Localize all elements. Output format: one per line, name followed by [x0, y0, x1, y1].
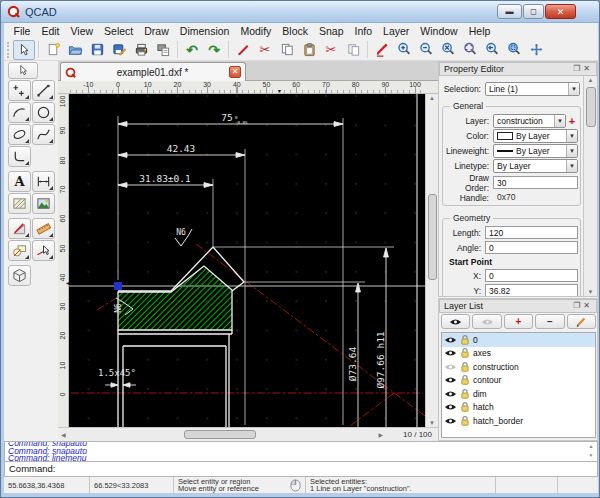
layer-row-0[interactable]: 0 [442, 333, 595, 347]
menu-item-help[interactable]: Help [463, 24, 496, 38]
menu-item-draw[interactable]: Draw [139, 24, 175, 38]
panel-scrollbar[interactable]: ▲ ▼ [583, 76, 597, 296]
angle-field[interactable] [485, 241, 578, 254]
auto-zoom-button[interactable] [437, 40, 459, 60]
eye-icon[interactable] [444, 362, 457, 372]
close-panel-icon[interactable]: ✕ [583, 64, 593, 73]
close-panel-icon[interactable]: ✕ [583, 301, 593, 310]
tool-dimension-button[interactable] [32, 171, 55, 192]
lock-icon[interactable] [460, 415, 470, 427]
copy-reference-button[interactable] [342, 40, 364, 60]
layer-row-axes[interactable]: axes [442, 347, 595, 361]
scroll-up-icon[interactable]: ▲ [584, 77, 597, 83]
menu-item-dimension[interactable]: Dimension [174, 24, 235, 38]
drawing-canvas[interactable]: N6 75 0 -0.05 42.43 31.83±0.1 1.5x45° Ø7… [69, 94, 425, 427]
layer-row-dim[interactable]: dim [442, 387, 595, 401]
tool-image-button[interactable] [32, 193, 55, 214]
menu-item-modify[interactable]: Modify [235, 24, 277, 38]
tool-polyline-button[interactable] [8, 146, 31, 167]
previous-view-button[interactable] [481, 40, 503, 60]
lock-icon[interactable] [460, 401, 470, 413]
zoom-in-button[interactable] [393, 40, 415, 60]
tool-spline-button[interactable] [32, 124, 55, 145]
hscroll-thumb[interactable] [184, 430, 256, 439]
tool-isometric-view-button[interactable] [8, 265, 31, 286]
menu-item-file[interactable]: File [8, 24, 36, 38]
layer-row-construction[interactable]: construction [442, 360, 595, 374]
tab-example01[interactable]: example01.dxf * ✕ [60, 62, 246, 81]
maximize-button[interactable]: ◻ [523, 4, 544, 19]
close-button[interactable]: ✕ [545, 4, 576, 19]
tool-circle-button[interactable] [32, 102, 55, 123]
new-file-button[interactable] [42, 40, 64, 60]
linetype-combo[interactable]: By Layer ▼ [493, 159, 578, 173]
title-bar[interactable]: QCAD ▬ ◻ ✕ [1, 1, 600, 23]
layer-row-contour[interactable]: contour [442, 374, 595, 388]
color-combo[interactable]: By Layer ▼ [493, 129, 578, 143]
horizontal-scrollbar[interactable] [69, 429, 376, 441]
tool-hatch-button[interactable] [8, 193, 31, 214]
lock-icon[interactable] [460, 388, 470, 400]
tool-select-entity-button[interactable] [32, 240, 55, 261]
print-preview-button[interactable] [152, 40, 174, 60]
save-button[interactable] [86, 40, 108, 60]
eye-icon[interactable] [444, 389, 457, 399]
save-as-button[interactable] [108, 40, 130, 60]
pan-button[interactable] [525, 40, 547, 60]
undo-button[interactable]: ↶ [181, 40, 203, 60]
remove-layer-button[interactable]: − [535, 314, 564, 329]
draw-pen-button[interactable] [371, 40, 393, 60]
layer-row-hatch[interactable]: hatch [442, 401, 595, 415]
property-editor-header[interactable]: Property Editor ❐✕ [439, 62, 597, 76]
scroll-down-icon[interactable]: ▼ [426, 420, 438, 426]
tool-pointer-button[interactable] [8, 62, 38, 79]
paste-button[interactable] [298, 40, 320, 60]
eye-icon[interactable] [444, 335, 457, 345]
layer-row-hatch_border[interactable]: hatch_border [442, 414, 595, 428]
add-layer-button[interactable]: + [566, 115, 578, 127]
lock-icon[interactable] [460, 361, 470, 373]
panel-scroll-thumb[interactable] [586, 87, 596, 127]
eye-icon[interactable] [444, 375, 457, 385]
zoom-window-button[interactable] [459, 40, 481, 60]
scroll-left-icon[interactable]: ◀ [58, 431, 69, 438]
select-pointer-button[interactable] [13, 40, 35, 60]
print-button[interactable] [130, 40, 152, 60]
zoom-out-button[interactable] [415, 40, 437, 60]
history-scrollbar[interactable]: ▲▼ [586, 442, 596, 461]
draw-order-field[interactable] [493, 176, 578, 189]
length-field[interactable] [485, 226, 578, 239]
toolbar-grip[interactable] [7, 42, 10, 58]
menu-item-view[interactable]: View [65, 24, 99, 38]
float-panel-icon[interactable]: ❐ [573, 301, 583, 310]
show-all-layers-button[interactable] [441, 314, 470, 329]
tool-point-button[interactable] [8, 80, 31, 101]
redo-button[interactable]: ↷ [203, 40, 225, 60]
tab-close-icon[interactable]: ✕ [229, 66, 241, 78]
selection-handle[interactable] [114, 282, 122, 290]
copy-button[interactable] [276, 40, 298, 60]
minimize-button[interactable]: ▬ [497, 4, 522, 19]
layer-combo[interactable]: construction ▼ [493, 114, 566, 128]
zoom-selection-button[interactable] [503, 40, 525, 60]
scroll-down-icon[interactable]: ▼ [584, 289, 597, 295]
vscroll-thumb[interactable] [428, 194, 437, 280]
tool-arc-button[interactable] [8, 102, 31, 123]
tool-block-button[interactable] [8, 240, 31, 261]
menu-item-select[interactable]: Select [99, 24, 139, 38]
pen-button[interactable] [232, 40, 254, 60]
lineweight-combo[interactable]: By Layer ▼ [493, 144, 578, 158]
menu-item-window[interactable]: Window [415, 24, 463, 38]
hide-all-layers-button[interactable] [472, 314, 501, 329]
menu-item-block[interactable]: Block [277, 24, 314, 38]
cut-button[interactable]: ✂ [254, 40, 276, 60]
edit-layer-button[interactable] [567, 314, 596, 329]
lock-icon[interactable] [460, 347, 470, 359]
command-prompt[interactable]: Command: [4, 462, 598, 477]
menu-item-snap[interactable]: Snap [314, 24, 350, 38]
command-history[interactable]: Command: snapautoCommand: snapautoComman… [4, 441, 598, 462]
tool-modify-button[interactable] [8, 218, 31, 239]
menu-item-info[interactable]: Info [349, 24, 378, 38]
scroll-right-icon[interactable]: ▶ [375, 431, 386, 438]
lock-icon[interactable] [460, 374, 470, 386]
